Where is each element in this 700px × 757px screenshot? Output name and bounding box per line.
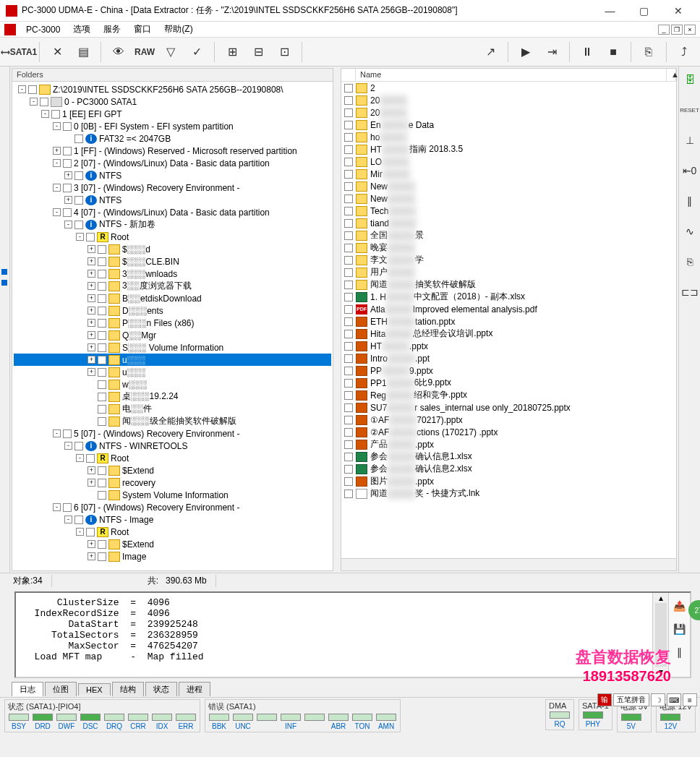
tree-item[interactable]: +3░░░wnloads [14, 268, 331, 280]
checkbox[interactable] [98, 356, 106, 364]
checkbox[interactable] [344, 330, 353, 338]
tree-item[interactable]: -5 [07] - (Windows) Recovery Environment… [14, 427, 331, 440]
close-button[interactable]: ✕ [662, 1, 694, 21]
file-row[interactable]: Hita░░░░总经理会议培训.pptx [341, 328, 676, 340]
tree-item[interactable]: 电░░件 [14, 403, 331, 415]
file-row[interactable]: ①AF░░░░70217).pptx [341, 414, 676, 426]
wave-icon[interactable]: ∿ [681, 223, 699, 240]
expander-icon[interactable]: - [53, 429, 61, 437]
file-row[interactable]: 晚宴░░░░ [341, 241, 676, 254]
tree-item[interactable]: +iNTFS [14, 169, 331, 181]
file-row[interactable]: 用户░░░░ [341, 266, 676, 278]
checkbox[interactable] [344, 145, 353, 154]
tab-hex[interactable]: HEX [78, 683, 111, 696]
tree-item[interactable]: +Q░░Mgr [14, 329, 331, 341]
expander-icon[interactable]: + [88, 282, 95, 290]
menu-window[interactable]: 窗口 [128, 22, 157, 37]
checkbox[interactable] [98, 368, 106, 377]
checkbox[interactable] [344, 281, 353, 289]
checkbox[interactable] [98, 331, 106, 340]
tree-icon3[interactable]: ⊡ [273, 40, 296, 64]
expander-icon[interactable]: - [64, 516, 72, 523]
checkbox[interactable] [344, 121, 353, 129]
checkbox[interactable] [344, 293, 353, 301]
checkbox[interactable] [63, 208, 72, 217]
file-row[interactable]: 图片░░░░.pptx [341, 475, 676, 487]
file-row[interactable]: tiand░░░░ [341, 217, 676, 229]
tools-icon[interactable]: ✕ [46, 40, 69, 64]
checkbox[interactable] [344, 354, 353, 363]
reset-icon[interactable]: RESET [681, 101, 699, 119]
checkbox[interactable] [74, 442, 83, 450]
splitter[interactable] [335, 67, 339, 573]
tree-item[interactable]: -6 [07] - (Windows) Recovery Environment… [14, 501, 331, 513]
expander-icon[interactable]: + [88, 368, 95, 376]
expander-icon[interactable]: + [88, 257, 95, 265]
checkbox[interactable] [344, 440, 353, 449]
mdi-restore[interactable]: ❐ [671, 25, 683, 35]
checkbox[interactable] [98, 405, 106, 414]
file-row[interactable]: Reg░░░░绍和竞争.pptx [341, 389, 676, 401]
expander-icon[interactable]: - [53, 503, 61, 511]
checkbox[interactable] [98, 270, 106, 278]
log-save-icon[interactable]: 💾 [671, 620, 688, 638]
menu-options[interactable]: 选项 [67, 22, 96, 37]
checkbox[interactable] [98, 319, 106, 328]
tree-item[interactable]: iFAT32 =< 2047GB [14, 132, 331, 145]
checkbox[interactable] [63, 429, 72, 438]
file-row[interactable]: 1. H░░░░中文配置（2018）- 副本.xlsx [341, 291, 676, 303]
checkbox[interactable] [344, 194, 353, 203]
expander-icon[interactable]: + [53, 147, 61, 155]
expander-icon[interactable]: + [88, 319, 95, 327]
checkbox[interactable] [344, 231, 353, 240]
checkbox[interactable] [98, 540, 106, 549]
tree-item[interactable]: -Z:\2019\INTEL SSDSCKKF256H6 SATA 256GB-… [14, 83, 331, 95]
file-row[interactable]: HT░░░░指南 2018.3.5 [341, 143, 676, 155]
file-row[interactable]: PP1░░░░6比9.pptx [341, 377, 676, 389]
menu-pc3000[interactable]: PC-3000 [20, 23, 66, 36]
tab-log[interactable]: 日志 [12, 682, 43, 696]
checkbox[interactable] [98, 245, 106, 254]
raw-button[interactable]: RAW [133, 40, 156, 64]
tree-item[interactable]: -4 [07] - (Windows/Linux) Data - Basic d… [14, 206, 331, 218]
mdi-minimize[interactable]: _ [658, 25, 670, 35]
tree-item[interactable]: +$Extend [14, 538, 331, 550]
ime-moon-icon[interactable]: ☽ [651, 693, 665, 706]
file-row[interactable]: 参会░░░░确认信息2.xlsx [341, 463, 676, 475]
checkbox[interactable] [344, 244, 353, 252]
checkbox[interactable] [98, 479, 106, 487]
checkbox[interactable] [344, 133, 353, 142]
checkbox[interactable] [98, 417, 106, 426]
checkbox[interactable] [344, 342, 353, 351]
pause2-icon[interactable]: ‖ [681, 192, 699, 210]
expander-icon[interactable]: - [64, 221, 72, 228]
checkbox[interactable] [344, 219, 353, 228]
step-icon[interactable]: ⇥ [540, 40, 563, 64]
export-icon[interactable]: ↗ [479, 40, 502, 64]
ime-label[interactable]: 五笔拼音 [613, 693, 649, 706]
folder-tree[interactable]: -Z:\2019\INTEL SSDSCKKF256H6 SATA 256GB-… [12, 82, 333, 570]
tree-item[interactable]: +$░░░CLE.BIN [14, 255, 331, 268]
expander-icon[interactable]: - [53, 159, 61, 167]
maximize-button[interactable]: ▢ [628, 1, 660, 21]
tab-state[interactable]: 状态 [145, 682, 177, 696]
checkbox[interactable] [344, 96, 353, 105]
log-pause-icon[interactable]: ‖ [671, 643, 688, 661]
checkbox[interactable] [344, 453, 353, 461]
log-export-icon[interactable]: 📤 [671, 597, 688, 615]
expander-icon[interactable]: + [88, 331, 95, 339]
checkbox[interactable] [344, 305, 353, 314]
file-row[interactable]: ETH░░░░tation.pptx [341, 315, 676, 328]
tab-struct[interactable]: 结构 [112, 682, 144, 696]
checkbox[interactable] [344, 416, 353, 424]
expander-icon[interactable]: + [88, 479, 95, 487]
book-icon[interactable]: ▤ [72, 40, 95, 64]
checkbox[interactable] [344, 465, 353, 474]
expander-icon[interactable]: + [88, 466, 95, 474]
tree-item[interactable]: -2 [07] - (Windows/Linux) Data - Basic d… [14, 157, 331, 169]
binoculars-icon[interactable]: 👁 [107, 40, 130, 64]
ime-settings-icon[interactable]: ≡ [683, 693, 697, 706]
file-row[interactable]: 产品░░░░.pptx [341, 438, 676, 450]
tree-item[interactable]: +Image [14, 550, 331, 563]
tree-icon2[interactable]: ⊟ [247, 40, 270, 64]
